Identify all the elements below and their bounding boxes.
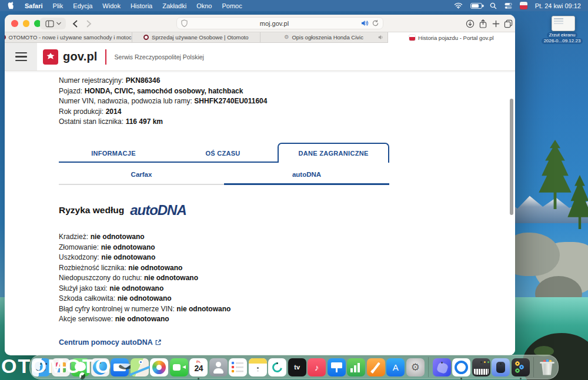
dock-system-settings-icon[interactable]: ⚙ <box>406 358 425 376</box>
dock-keynote-icon[interactable] <box>328 358 346 376</box>
vehicle-field: Numer VIN, nadwozia, podwozia lub ramy:S… <box>59 96 267 107</box>
menu-zakladki[interactable]: Zakładki <box>162 2 186 9</box>
vehicle-field: Rok produkcji:2014 <box>59 107 267 117</box>
dock-calendar-icon[interactable]: Pt. 24 <box>189 358 208 376</box>
govpl-brand[interactable]: gov.pl <box>63 50 98 63</box>
browser-tab-honda-civic[interactable]: ⚙ Opis ogłoszenia Honda Civic <box>260 32 388 43</box>
desktop-screenshot-file-icon[interactable] <box>552 16 575 31</box>
dock-pages-icon[interactable] <box>367 358 385 376</box>
tab-label: Sprzedaj używane Osobowe | Otomoto <box>152 34 249 41</box>
dock-facetime-icon[interactable] <box>170 358 188 376</box>
browser-tab-otomoto-listing[interactable]: Sprzedaj używane Osobowe | Otomoto <box>132 32 260 43</box>
dock-separator <box>533 357 534 377</box>
dock-garageband-icon[interactable] <box>472 358 490 376</box>
tab-audio-icon[interactable] <box>378 35 384 40</box>
browser-tab-otomoto-home[interactable]: OTOMOTO - nowe i używane samochody i mot… <box>5 32 132 43</box>
menu-edycja[interactable]: Edycja <box>73 2 92 9</box>
external-link-icon <box>155 339 161 345</box>
tab-os-czasu[interactable]: OŚ CZASU <box>168 144 278 163</box>
safari-toolbar: moj.gov.pl <box>5 15 515 32</box>
menu-plik[interactable]: Plik <box>53 2 64 9</box>
dock-quicktime-icon[interactable] <box>452 358 470 376</box>
battery-icon[interactable] <box>470 3 482 9</box>
menu-historia[interactable]: Historia <box>131 2 152 9</box>
poland-eagle-emblem <box>43 49 58 65</box>
main-tabs: INFORMACJE OŚ CZASU DANE ZAGRANICZNE <box>59 143 389 163</box>
desktop-screenshot-file-name[interactable]: Zrzut ekranu 2026-0...09.12.23 <box>539 32 586 44</box>
dock-notes-icon[interactable] <box>249 358 267 376</box>
dock-app-store-icon[interactable]: A <box>386 358 405 376</box>
autodna-help-link[interactable]: Centrum pomocy autoDNA <box>59 338 161 347</box>
share-button[interactable] <box>477 18 489 29</box>
vehicle-info: Numer rejestracyjny:PKN86346 Pojazd:HOND… <box>59 76 267 127</box>
risk-item: Złomowanie:nie odnotowano <box>59 243 230 253</box>
new-tab-button[interactable] <box>490 18 502 29</box>
dock-shortcuts-icon[interactable] <box>433 358 451 376</box>
menu-pomoc[interactable]: Pomoc <box>222 2 242 9</box>
dock-freeform-icon[interactable] <box>268 358 286 376</box>
tab-informacje[interactable]: INFORMACJE <box>59 144 168 163</box>
tab-label: OTOMOTO - nowe i używane samochody i mot… <box>9 34 133 41</box>
dock-separator <box>428 357 429 377</box>
vehicle-field: Ostatni stan licznika:116 497 km <box>59 117 267 127</box>
menu-okno[interactable]: Okno <box>196 2 212 9</box>
header-divider <box>105 49 106 65</box>
dock-contacts-icon[interactable] <box>209 358 228 376</box>
autodna-logo: autoDNA <box>130 202 186 218</box>
govpl-favicon <box>409 35 415 41</box>
window-controls <box>11 20 41 27</box>
tab-dane-zagraniczne[interactable]: DANE ZAGRANICZNE <box>278 143 389 163</box>
dock-music-icon[interactable]: ♪ <box>308 358 326 376</box>
tab-label: Historia pojazdu - Portal gov.pl <box>418 35 494 41</box>
hamburger-menu-button[interactable] <box>5 43 37 70</box>
otomoto-favicon <box>143 35 149 40</box>
safari-window: moj.gov.pl OTOMOTO - nowe i używane samo… <box>5 15 515 355</box>
page-scrollbar[interactable] <box>510 99 513 215</box>
otomoto-watermark: OTOMOTO <box>1 355 112 378</box>
govpl-tagline: Serwis Rzeczypospolitej Polskiej <box>115 53 204 60</box>
dock-photos-icon[interactable] <box>150 358 168 376</box>
wifi-icon[interactable] <box>454 2 463 9</box>
address-bar[interactable]: moj.gov.pl <box>176 17 383 29</box>
spotlight-search-icon[interactable] <box>490 2 497 9</box>
subtab-carfax[interactable]: Carfax <box>59 171 224 185</box>
sidebar-toggle-button[interactable] <box>40 18 66 29</box>
dock-numbers-icon[interactable] <box>347 358 365 376</box>
sidebar-icon <box>45 20 54 28</box>
privacy-shield-icon[interactable] <box>181 19 188 27</box>
vehicle-field: Numer rejestracyjny:PKN86346 <box>59 76 267 86</box>
vehicle-field: Pojazd:HONDA, CIVIC, samochód osobowy, h… <box>59 86 267 97</box>
dock-mail-icon[interactable] <box>111 358 129 376</box>
downloads-button[interactable] <box>464 18 476 29</box>
menu-safari[interactable]: Safari <box>25 2 43 9</box>
page-content: gov.pl Serwis Rzeczypospolitej Polskiej … <box>5 43 515 355</box>
dock-reminders-icon[interactable] <box>229 358 247 376</box>
menu-widok[interactable]: Widok <box>102 2 121 9</box>
back-button[interactable] <box>69 18 80 29</box>
reload-icon[interactable] <box>372 20 379 26</box>
dock-maps-icon[interactable] <box>131 358 149 376</box>
apple-menu-icon[interactable] <box>7 1 15 10</box>
risk-item: Służył jako taxi:nie odnotowano <box>59 284 230 294</box>
browser-tab-historia-pojazdu[interactable]: Historia pojazdu - Portal gov.pl <box>388 32 515 43</box>
dock-trash-icon[interactable] <box>538 358 556 376</box>
minimize-window-button[interactable] <box>23 20 30 27</box>
dock-apple-tv-icon[interactable]: tv <box>288 358 306 376</box>
control-center-icon[interactable] <box>505 2 512 9</box>
risk-item: Akcje serwisowe:nie odnotowano <box>59 314 230 325</box>
dock-passwords-icon[interactable] <box>512 358 530 376</box>
otomoto-favicon <box>5 35 6 40</box>
macos-menu-bar: Safari Plik Edycja Widok Historia Zakład… <box>0 0 588 11</box>
audio-playing-icon[interactable] <box>361 20 369 26</box>
close-window-button[interactable] <box>11 20 18 27</box>
forward-button[interactable] <box>83 18 94 29</box>
risk-list: Kradzież:nie odnotowano Złomowanie:nie o… <box>59 232 230 325</box>
risk-item: Kradzież:nie odnotowano <box>59 232 230 243</box>
tab-overview-button[interactable] <box>502 18 514 29</box>
menu-bar-clock[interactable]: Pt. 24 kwi 09:12 <box>535 2 581 9</box>
input-language-flag-icon[interactable] <box>520 2 527 9</box>
sub-tabs: Carfax autoDNA <box>59 171 389 185</box>
tab-strip: OTOMOTO - nowe i używane samochody i mot… <box>5 32 515 43</box>
subtab-autodna[interactable]: autoDNA <box>224 171 389 185</box>
dock-homepod-icon[interactable] <box>492 358 510 376</box>
